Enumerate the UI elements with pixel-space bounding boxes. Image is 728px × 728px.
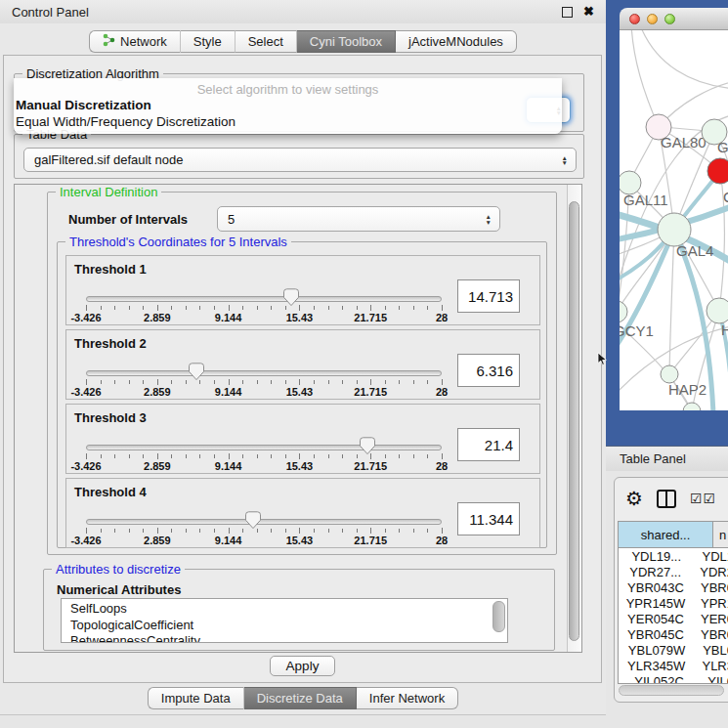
cell-name[interactable]: YIL0 — [701, 674, 728, 685]
threshold-value-field[interactable]: 6.316 — [457, 354, 520, 387]
slider-track[interactable] — [86, 370, 442, 376]
cell-name[interactable]: YPR1 — [694, 596, 728, 611]
network-node-h[interactable] — [707, 298, 728, 323]
bottom-tab-bar: Impute DataDiscretize DataInfer Network — [0, 687, 606, 709]
tab-style[interactable]: Style — [181, 30, 236, 53]
window-close-icon[interactable] — [629, 14, 640, 24]
cell-name[interactable]: YBR0 — [694, 580, 728, 595]
slider-track[interactable] — [86, 445, 442, 450]
table-data-combobox[interactable]: galFiltered.sif default node ▲▼ — [23, 148, 577, 172]
table-horizontal-scrollbar-thumb[interactable] — [619, 685, 724, 696]
window-zoom-icon[interactable] — [664, 14, 675, 24]
slider-thumb[interactable] — [360, 437, 375, 455]
tab-select[interactable]: Select — [236, 30, 297, 53]
control-panel-titlebar: Control Panel ✖ — [0, 0, 606, 23]
cell-name[interactable]: YLR3 — [695, 659, 728, 673]
tab-cyni-toolbox[interactable]: Cyni Toolbox — [297, 30, 396, 53]
cell-shared-name[interactable]: YBL079W — [619, 643, 696, 658]
threshold-panel-1: Threshold 1-3.4262.8599.14415.4321.71528… — [65, 255, 540, 325]
number-of-intervals-combobox[interactable]: 5 ▲▼ — [217, 206, 500, 232]
thresholds-coordinates-group: Threshold's Coordinates for 5 Intervals … — [57, 241, 547, 548]
table-row[interactable]: YDR27...YDR2 — [619, 564, 728, 579]
numerical-attributes-list[interactable]: SelfLoopsTopologicalCoefficientBetweenne… — [61, 598, 508, 643]
tab-discretize-data[interactable]: Discretize Data — [244, 687, 357, 709]
threshold-slider[interactable]: -3.4262.8599.14415.4321.71528 — [86, 365, 442, 399]
threshold-value-field[interactable]: 14.713 — [457, 279, 520, 313]
cell-shared-name[interactable]: YDL19... — [619, 549, 695, 564]
network-icon — [103, 33, 115, 50]
network-node[interactable] — [683, 403, 701, 410]
list-scrollbar-thumb[interactable] — [492, 601, 505, 632]
group-title: Threshold's Coordinates for 5 Intervals — [65, 235, 291, 249]
node-attribute-table[interactable]: shared... n YDL19...YDL1YDR27...YDR2YBR0… — [618, 521, 728, 684]
cell-name[interactable]: YDR2 — [693, 565, 728, 579]
cell-shared-name[interactable]: YER054C — [619, 612, 694, 626]
numerical-attributes-label: Numerical Attributes — [57, 582, 181, 597]
cell-shared-name[interactable]: YPR145W — [619, 596, 694, 611]
threshold-label: Threshold 4 — [74, 485, 147, 499]
cell-shared-name[interactable]: YBR043C — [619, 580, 694, 595]
table-row[interactable]: YER054CYER0 — [619, 611, 728, 626]
table-row[interactable]: YPR145WYPR1 — [619, 595, 728, 611]
table-row[interactable]: YBR043CYBR0 — [619, 579, 728, 595]
cell-shared-name[interactable]: YLR345W — [619, 659, 695, 673]
slider-thumb[interactable] — [189, 363, 204, 381]
threshold-slider[interactable]: -3.4262.8599.14415.4321.71528 — [86, 440, 442, 473]
cell-name[interactable]: YBL0 — [696, 643, 728, 658]
column-header-name[interactable]: n — [713, 522, 728, 547]
network-node-gcy1[interactable] — [620, 301, 627, 322]
cell-shared-name[interactable]: YIL052C — [619, 674, 701, 685]
checkboxes-icon[interactable]: ☑☑ — [690, 491, 716, 506]
cell-shared-name[interactable]: YBR045C — [619, 627, 694, 642]
tab-jactivemnodules[interactable]: jActiveMNodules — [396, 30, 517, 53]
threshold-panel-3: Threshold 3-3.4262.8599.14415.4321.71528… — [65, 404, 540, 474]
threshold-value-field[interactable]: 11.344 — [457, 502, 520, 535]
dropdown-prompt-item[interactable]: Select algorithm to view settings — [14, 82, 562, 97]
network-node-c[interactable] — [707, 158, 728, 184]
group-title: Attributes to discretize — [52, 562, 185, 577]
gear-icon[interactable]: ⚙ — [625, 489, 643, 508]
float-panel-icon[interactable] — [562, 7, 573, 18]
network-node-gal4[interactable] — [658, 213, 691, 246]
attribute-list-item[interactable]: BetweennessCentrality — [70, 633, 507, 643]
dropdown-item-equal-width-frequency[interactable]: Equal Width/Frequency Discretization — [14, 113, 562, 130]
network-graph[interactable]: GAL80GCGAL11GAL4GCY1HHAP2 — [620, 30, 728, 410]
top-tab-bar: NetworkStyleSelectCyni ToolboxjActiveMNo… — [0, 30, 606, 53]
slider-track[interactable] — [86, 296, 442, 302]
tab-impute-data[interactable]: Impute Data — [148, 687, 244, 709]
table-row[interactable]: YLR345WYLR3 — [619, 658, 728, 673]
threshold-slider[interactable]: -3.4262.8599.14415.4321.71528 — [86, 291, 442, 324]
threshold-label: Threshold 2 — [74, 336, 147, 351]
slider-thumb[interactable] — [283, 288, 299, 307]
cell-name[interactable]: YER0 — [694, 612, 728, 626]
tab-network[interactable]: Network — [89, 30, 181, 53]
table-row[interactable]: YIL052CYIL0 — [619, 673, 728, 684]
window-minimize-icon[interactable] — [647, 14, 658, 24]
network-window-titlebar[interactable] — [620, 8, 728, 30]
apply-button[interactable]: Apply — [270, 656, 336, 676]
table-row[interactable]: YBL079WYBL0 — [619, 642, 728, 658]
slider-thumb[interactable] — [245, 511, 261, 530]
cell-shared-name[interactable]: YDR27... — [619, 565, 693, 579]
vertical-scrollbar-thumb[interactable] — [569, 201, 579, 641]
split-columns-icon[interactable] — [657, 490, 676, 508]
cell-name[interactable]: YDL1 — [695, 549, 728, 564]
tab-label: jActiveMNodules — [408, 34, 503, 49]
tab-label: Infer Network — [369, 691, 445, 706]
attribute-list-item[interactable]: TopologicalCoefficient — [70, 618, 507, 634]
slider-track[interactable] — [86, 519, 442, 525]
cell-name[interactable]: YBR0 — [694, 627, 728, 642]
threshold-label: Threshold 1 — [74, 262, 147, 277]
network-view-canvas[interactable]: GAL80GCGAL11GAL4GCY1HHAP2 — [620, 30, 728, 410]
attribute-list-item[interactable]: SelfLoops — [70, 601, 507, 618]
tab-infer-network[interactable]: Infer Network — [357, 687, 458, 709]
tab-label: Network — [120, 34, 167, 49]
table-row[interactable]: YDL19...YDL1 — [619, 548, 728, 564]
threshold-slider[interactable]: -3.4262.8599.14415.4321.71528 — [86, 514, 442, 547]
threshold-value-field[interactable]: 21.4 — [457, 428, 520, 461]
table-row[interactable]: YBR045CYBR0 — [619, 626, 728, 642]
application-window: Control Panel ✖ NetworkStyleSelectCyni T… — [0, 0, 728, 728]
dropdown-item-manual-discretization[interactable]: Manual Discretization — [14, 97, 562, 113]
column-header-shared-name[interactable]: shared... — [619, 522, 713, 547]
close-panel-icon[interactable]: ✖ — [583, 7, 594, 17]
